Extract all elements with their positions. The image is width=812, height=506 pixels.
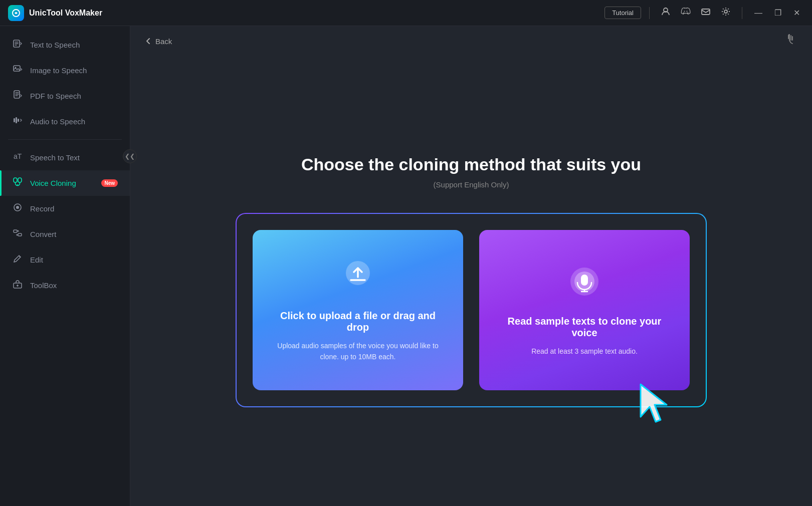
svg-rect-10 <box>18 119 19 122</box>
svg-point-3 <box>724 10 727 13</box>
sidebar-divider-1 <box>8 139 122 140</box>
svg-rect-5 <box>14 66 20 71</box>
svg-rect-12 <box>14 178 17 182</box>
sidebar-item-image-to-speech[interactable]: Image to Speech <box>0 58 130 83</box>
app-title: UnicTool VoxMaker <box>29 9 102 18</box>
upload-card-title: Click to upload a file or drag and drop <box>271 310 445 333</box>
sidebar-item-speech-to-text[interactable]: aT Speech to Text <box>0 145 130 170</box>
sidebar-item-voice-cloning[interactable]: Voice Cloning New <box>0 170 130 196</box>
toolbox-icon <box>12 279 23 292</box>
record-card-desc: Read at least 3 sample text audio. <box>531 346 638 357</box>
sidebar: Text to Speech Image to Speech PDF to Sp… <box>0 26 130 506</box>
app-logo: UnicTool VoxMaker <box>8 5 102 21</box>
pdf-to-speech-icon <box>12 90 23 102</box>
top-bar: Back <box>130 26 812 56</box>
image-to-speech-icon <box>12 64 23 77</box>
svg-marker-28 <box>641 384 667 422</box>
sidebar-label-record: Record <box>30 204 118 213</box>
new-badge: New <box>101 179 118 187</box>
titlebar: UnicTool VoxMaker Tutorial — ❐ ✕ <box>0 0 812 26</box>
svg-rect-9 <box>16 117 17 123</box>
center-content: Choose the cloning method that suits you… <box>130 56 812 506</box>
sidebar-label-voice-cloning: Voice Cloning <box>30 179 94 187</box>
sidebar-label-convert: Convert <box>30 230 118 238</box>
svg-point-16 <box>16 206 19 209</box>
sidebar-label-image-to-speech: Image to Speech <box>30 66 118 75</box>
gesture-icon <box>784 33 798 50</box>
svg-rect-25 <box>581 275 588 286</box>
discord-icon-button[interactable] <box>678 5 694 21</box>
sidebar-collapse-button[interactable]: ❮❮ <box>123 149 137 163</box>
speech-to-text-icon: aT <box>12 151 23 164</box>
record-card[interactable]: Read sample texts to clone your voice Re… <box>479 230 690 390</box>
svg-text:aT: aT <box>14 152 22 160</box>
svg-rect-18 <box>18 233 22 236</box>
sidebar-item-toolbox[interactable]: ToolBox <box>0 273 130 298</box>
sidebar-item-edit[interactable]: Edit <box>0 247 130 273</box>
svg-rect-17 <box>14 230 17 232</box>
sidebar-item-pdf-to-speech[interactable]: PDF to Speech <box>0 83 130 109</box>
sidebar-item-convert[interactable]: Convert <box>0 221 130 247</box>
tutorial-button[interactable]: Tutorial <box>604 7 641 19</box>
mic-icon-wrap <box>566 264 602 302</box>
audio-to-speech-icon <box>12 115 23 128</box>
mail-icon-button[interactable] <box>698 5 714 21</box>
titlebar-separator <box>649 7 650 19</box>
edit-icon <box>12 254 23 266</box>
settings-icon-button[interactable] <box>718 5 734 21</box>
upload-icon-wrap <box>340 258 376 296</box>
svg-rect-8 <box>14 118 15 122</box>
voice-cloning-icon <box>12 177 23 189</box>
back-button[interactable]: Back <box>144 37 172 46</box>
sidebar-label-audio-to-speech: Audio to Speech <box>30 117 118 126</box>
close-button[interactable]: ✕ <box>789 6 804 20</box>
minimize-button[interactable]: — <box>750 7 766 20</box>
convert-icon <box>12 228 23 240</box>
sidebar-item-audio-to-speech[interactable]: Audio to Speech <box>0 109 130 134</box>
svg-rect-2 <box>702 9 710 15</box>
sidebar-label-text-to-speech: Text to Speech <box>30 41 118 49</box>
app-body: Text to Speech Image to Speech PDF to Sp… <box>0 26 812 506</box>
page-subtitle: (Support English Only) <box>434 180 509 189</box>
titlebar-sep-2 <box>742 7 742 19</box>
user-icon-button[interactable] <box>658 5 674 21</box>
cards-container: Click to upload a file or drag and drop … <box>236 213 707 407</box>
upload-card-desc: Upload audio samples of the voice you wo… <box>271 340 445 363</box>
svg-rect-13 <box>18 178 22 182</box>
titlebar-actions: Tutorial — ❐ ✕ <box>604 5 804 21</box>
sidebar-label-speech-to-text: Speech to Text <box>30 153 118 162</box>
sidebar-item-text-to-speech[interactable]: Text to Speech <box>0 32 130 58</box>
sidebar-label-edit: Edit <box>30 256 118 264</box>
sidebar-label-pdf-to-speech: PDF to Speech <box>30 92 118 100</box>
sidebar-label-toolbox: ToolBox <box>30 281 118 290</box>
cursor-overlay <box>636 379 676 431</box>
text-to-speech-icon <box>12 39 23 51</box>
record-card-title: Read sample texts to clone your voice <box>497 316 672 339</box>
record-icon <box>12 202 23 215</box>
page-title: Choose the cloning method that suits you <box>301 155 641 174</box>
upload-card[interactable]: Click to upload a file or drag and drop … <box>253 230 463 390</box>
main-content: Back Choose the cloning method that suit… <box>130 26 812 506</box>
sidebar-item-record[interactable]: Record <box>0 196 130 221</box>
logo-icon <box>8 5 24 21</box>
maximize-button[interactable]: ❐ <box>770 6 785 20</box>
